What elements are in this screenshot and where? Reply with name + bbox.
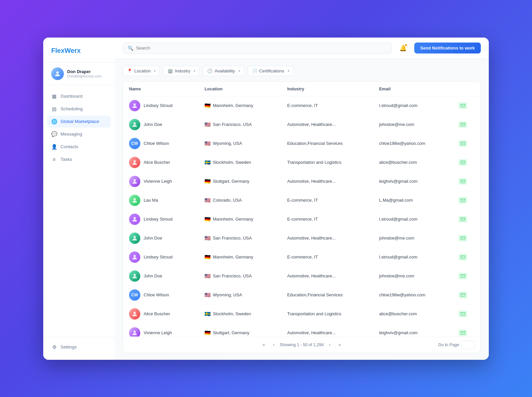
search-box[interactable]: 🔍 (123, 43, 392, 54)
svg-point-8 (134, 179, 136, 181)
name-cell: Lindsey Stroud (123, 210, 199, 229)
send-email-button[interactable] (459, 292, 467, 298)
table-row[interactable]: John Doe 🇺🇸 San Francisco, USA Automotiv… (123, 229, 480, 248)
location-cell: 🇩🇪 Mannheim, Germany (199, 96, 281, 115)
contact-name: Alice Buscher (144, 160, 170, 165)
flag-icon: 🇺🇸 (204, 292, 211, 298)
svg-point-6 (134, 160, 136, 162)
name-cell: John Doe (123, 115, 199, 134)
email-action-cell (453, 96, 481, 115)
table-row[interactable]: Lindsey Stroud 🇩🇪 Mannheim, Germany E-co… (123, 248, 480, 266)
last-page-button[interactable]: » (336, 341, 344, 349)
search-input[interactable] (136, 46, 387, 50)
sidebar-item-messaging[interactable]: 💬 Messaging (47, 128, 111, 140)
send-email-button[interactable] (459, 311, 467, 317)
sidebar-item-settings[interactable]: ⚙ Settings (47, 341, 111, 353)
send-email-button[interactable] (459, 216, 467, 223)
prev-page-button[interactable]: ‹ (270, 341, 278, 349)
email-action-cell (453, 248, 481, 266)
contact-name: Lindsey Stroud (144, 103, 173, 108)
page-number-input[interactable] (461, 341, 474, 349)
name-cell: Vivienne Leigh (123, 323, 199, 337)
location-filter[interactable]: 📍 Location ▾ (123, 66, 160, 76)
location-text: Stuttgart, Germany (213, 330, 249, 335)
flag-icon: 🇩🇪 (204, 216, 211, 222)
send-email-button[interactable] (459, 330, 467, 336)
table-row[interactable]: Vivienne Leigh 🇩🇪 Stuttgart, Germany Aut… (123, 323, 480, 337)
certifications-filter[interactable]: 📄 Certifications ▾ (248, 66, 294, 76)
table-row[interactable]: CW Chloe Wilson 🇺🇸 Wyoming, USA Educatio… (123, 285, 480, 304)
table-row[interactable]: Lau Ma 🇺🇸 Colorado, USA E-commerce, IT L… (123, 191, 480, 210)
send-email-button[interactable] (459, 140, 467, 147)
table-row[interactable]: Alice Buscher 🇸🇪 Stockholm, Sweden Trans… (123, 304, 480, 323)
flag-icon: 🇩🇪 (204, 103, 211, 109)
svg-point-14 (134, 236, 136, 238)
send-notifications-button[interactable]: Send Notifications to work (414, 43, 481, 53)
svg-point-18 (134, 274, 136, 276)
send-email-button[interactable] (459, 197, 467, 204)
flag-icon: 🇩🇪 (204, 254, 211, 260)
industry-cell: E-commerce, IT (281, 248, 373, 266)
table-row[interactable]: Alice Buscher 🇸🇪 Stockholm, Sweden Trans… (123, 153, 480, 172)
email-cell: l.stroud@gmail.com (373, 96, 452, 115)
send-email-button[interactable] (459, 273, 467, 279)
notification-button[interactable]: 🔔 (397, 42, 409, 54)
send-email-button[interactable] (459, 121, 467, 128)
table-row[interactable]: John Doe 🇺🇸 San Francisco, USA Automotiv… (123, 266, 480, 285)
sidebar-item-dashboard[interactable]: ▦ Dashboard (47, 90, 111, 102)
svg-point-12 (134, 217, 136, 219)
industry-filter[interactable]: 🏢 Industry ▾ (163, 66, 200, 76)
contact-name: Chloe Wilson (144, 141, 169, 146)
location-text: San Francisco, USA (213, 122, 252, 127)
next-page-button[interactable]: › (326, 341, 334, 349)
email-cell: alice@buscher.com (373, 304, 452, 323)
sidebar-item-label: Messaging (61, 132, 82, 137)
industry-cell: Automotive, Healthcare... (281, 323, 373, 337)
email-action-cell (453, 285, 481, 304)
sidebar-item-label: Contacts (61, 144, 78, 149)
certifications-icon: 📄 (252, 68, 257, 73)
svg-point-1 (134, 103, 136, 106)
sidebar-item-tasks[interactable]: ≡ Tasks (47, 153, 111, 165)
table-row[interactable]: Lindsey Stroud 🇩🇪 Mannheim, Germany E-co… (123, 210, 480, 229)
sidebar-item-label: Settings (61, 345, 77, 349)
table-row[interactable]: Vivienne Leigh 🇩🇪 Stuttgart, Germany Aut… (123, 172, 480, 191)
send-email-button[interactable] (459, 178, 467, 185)
email-action-cell (453, 266, 481, 285)
sidebar-item-scheduling[interactable]: ▤ Scheduling (47, 103, 111, 115)
availability-filter[interactable]: 🕐 Availability ▾ (203, 66, 244, 76)
send-email-button[interactable] (459, 235, 467, 242)
table-scroll[interactable]: Name Location Industry Email (123, 82, 480, 337)
avatar (129, 195, 140, 206)
email-action-cell (453, 304, 481, 323)
email-cell: johndoe@me.com (373, 266, 452, 285)
table-row[interactable]: John Doe 🇺🇸 San Francisco, USA Automotiv… (123, 115, 480, 134)
location-cell: 🇺🇸 San Francisco, USA (199, 229, 281, 248)
tasks-icon: ≡ (51, 156, 57, 162)
send-email-button[interactable] (459, 254, 467, 260)
avatar (129, 233, 140, 244)
table-row[interactable]: Lindsey Stroud 🇩🇪 Mannheim, Germany E-co… (123, 96, 480, 115)
avatar: CW (129, 289, 140, 301)
send-email-button[interactable] (459, 159, 467, 166)
industry-cell: E-commerce, IT (281, 210, 373, 229)
content-area: 📍 Location ▾ 🏢 Industry ▾ 🕐 Availability… (115, 59, 489, 360)
pagination-controls: « ‹ Showing 1 - 50 of 1,294 › » (260, 341, 343, 349)
table-row[interactable]: CW Chloe Wilson 🇺🇸 Wyoming, USA Educatio… (123, 134, 480, 153)
location-text: Mannheim, Germany (213, 103, 253, 108)
chevron-down-icon: ▾ (194, 69, 195, 73)
user-profile[interactable]: Don Draper Donddrapercorp.com (43, 62, 115, 85)
industry-cell: Transportation and Logistics (281, 304, 373, 323)
send-email-button[interactable] (459, 102, 467, 109)
industry-cell: E-commerce, IT (281, 191, 373, 210)
contact-name: John Doe (144, 273, 162, 278)
avatar (129, 176, 140, 187)
location-text: San Francisco, USA (213, 236, 252, 241)
first-page-button[interactable]: « (260, 341, 268, 349)
sidebar-nav: ▦ Dashboard ▤ Scheduling 🌐 Global Market… (43, 90, 115, 334)
flag-icon: 🇩🇪 (204, 178, 211, 184)
sidebar-item-global-marketplace[interactable]: 🌐 Global Marketplace (47, 116, 111, 128)
name-cell: CW Chloe Wilson (123, 134, 199, 153)
flag-icon: 🇺🇸 (204, 141, 211, 147)
sidebar-item-contacts[interactable]: 👤 Contacts (47, 141, 111, 153)
